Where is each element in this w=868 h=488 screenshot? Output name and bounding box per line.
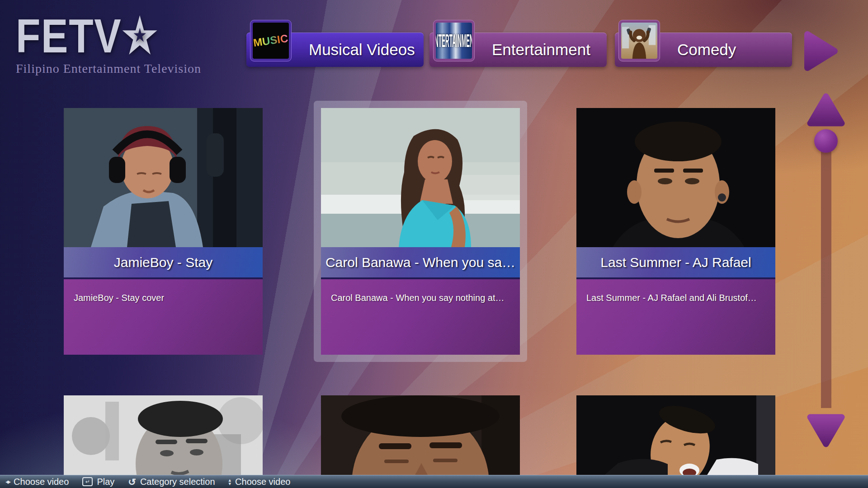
next-category-arrow[interactable]: [802, 29, 840, 73]
status-bar: ◂▸ Choose video ↵ Play ↺ Category select…: [0, 475, 868, 488]
video-title-bar: JamieBoy - Stay: [64, 247, 263, 279]
music-icon: MUSIC: [250, 20, 292, 61]
tab-label: Comedy: [677, 41, 736, 59]
video-card[interactable]: [64, 395, 263, 476]
video-title: Last Summer - AJ Rafael: [600, 255, 751, 270]
scroll-slider-knob[interactable]: [814, 129, 838, 153]
video-card[interactable]: [321, 395, 520, 476]
status-label: Choose video: [14, 477, 69, 487]
tab-label: Entertainment: [492, 41, 590, 59]
status-item-choose-video-vertical: ▴▾ Choose video: [229, 477, 291, 487]
video-description-area: JamieBoy - Stay cover: [64, 279, 263, 355]
video-thumbnail: [321, 395, 520, 476]
video-description: Last Summer - AJ Rafael and Ali Brustof…: [586, 293, 757, 303]
video-description-area: Last Summer - AJ Rafael and Ali Brustof…: [576, 279, 775, 355]
video-title: Carol Banawa - When you sa…: [326, 255, 515, 270]
video-description-area: Carol Banawa - When you say nothing at…: [321, 279, 520, 355]
back-arrow-icon: ↺: [128, 477, 136, 487]
video-title-bar: Carol Banawa - When you sa…: [321, 247, 520, 279]
scroll-down-button[interactable]: [806, 412, 846, 450]
video-thumbnail: [576, 395, 775, 476]
video-thumbnail: [576, 108, 775, 247]
video-thumbnail: [321, 108, 520, 247]
video-thumbnail: [64, 395, 263, 476]
comedy-icon: [618, 20, 660, 61]
video-card[interactable]: JamieBoy - Stay JamieBoy - Stay cover: [64, 108, 263, 355]
status-label: Category selection: [140, 477, 215, 487]
video-title: JamieBoy - Stay: [114, 255, 212, 270]
video-title-bar: Last Summer - AJ Rafael: [576, 247, 775, 279]
video-card[interactable]: [576, 395, 775, 476]
fetv-logo: FETV★ Filipino Entertainment Television: [16, 12, 201, 76]
star-icon: ★: [122, 12, 159, 60]
status-item-play: ↵ Play: [82, 477, 114, 487]
up-down-arrows-icon: ▴▾: [229, 478, 231, 485]
status-item-choose-video: ◂▸ Choose video: [5, 477, 69, 487]
entertainment-icon: ENTERTAINMENT: [433, 20, 475, 61]
video-description: JamieBoy - Stay cover: [74, 293, 164, 303]
scroll-track[interactable]: [821, 140, 831, 408]
video-card-selected[interactable]: Carol Banawa - When you sa… Carol Banawa…: [321, 108, 520, 355]
status-label: Choose video: [235, 477, 290, 487]
video-thumbnail: [64, 108, 263, 247]
left-right-arrows-icon: ◂▸: [5, 478, 9, 486]
scroll-up-button[interactable]: [806, 91, 846, 129]
tab-comedy[interactable]: Comedy: [615, 33, 792, 67]
status-item-category-selection: ↺ Category selection: [128, 477, 215, 487]
tab-musical-videos[interactable]: MUSIC Musical Videos: [246, 33, 424, 67]
video-description: Carol Banawa - When you say nothing at…: [331, 293, 505, 303]
tab-label: Musical Videos: [309, 41, 415, 59]
tab-entertainment[interactable]: ENTERTAINMENT Entertainment: [429, 33, 607, 67]
logo-tagline: Filipino Entertainment Television: [16, 61, 201, 76]
logo-text: FETV★: [16, 12, 171, 60]
status-label: Play: [97, 477, 114, 487]
enter-icon: ↵: [82, 477, 93, 486]
video-card[interactable]: Last Summer - AJ Rafael Last Summer - AJ…: [576, 108, 775, 355]
